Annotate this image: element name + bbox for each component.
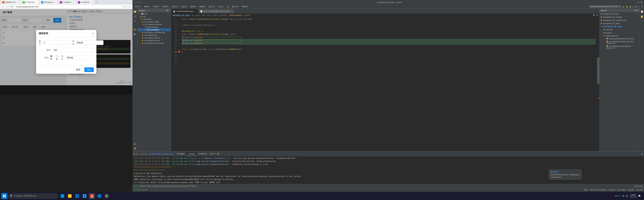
maven-plugins[interactable]: ▶ Plugins [600,31,640,34]
debugger-tab[interactable]: Debugger [175,152,186,156]
tab4-close[interactable]: × [73,1,74,3]
bc-project[interactable]: springboot_08_ssmp [172,14,190,16]
bc-java[interactable]: java [202,14,205,16]
taskbar-clock[interactable]: 14:07 2022/5/18 [630,194,637,198]
debug-stop-icon[interactable]: ■ [138,153,140,155]
scrollbar-thumb[interactable] [597,57,600,84]
maximize-btn[interactable]: □ [125,2,128,4]
debug-run-icon[interactable]: ▶ [134,153,135,155]
event-log[interactable]: Event Log [634,185,643,187]
minimize-btn[interactable]: ─ [122,2,124,4]
menu-help[interactable]: 帮助(H) [240,5,250,8]
gender-female-radio[interactable] [56,55,58,57]
maven-druid[interactable]: 📦 com.alibaba:druid-spring-boot-starter:… [600,45,640,49]
forward-btn[interactable]: → [6,5,10,8]
debug-bottom-tab[interactable]: Debug [140,185,145,187]
profiler-tab[interactable]: Profiler [168,185,174,187]
taskbar-app-vscode[interactable]: ≺/≻ [96,193,103,199]
tab5-close[interactable]: × [91,1,92,3]
bc-src[interactable]: src [192,14,194,16]
console-tab[interactable]: Console [187,152,197,156]
menu-build[interactable]: 构建(B) [198,5,207,8]
maven-springboot-08[interactable]: ▼ springboot_08_ssmp [600,25,640,28]
search-icon[interactable]: 🔍 [593,14,595,16]
maven-springboot-06[interactable]: ▶ springboot_06_mybatis_plus [600,18,640,22]
taskbar-app-typora[interactable]: T [103,193,110,199]
gender-female-label[interactable]: 女 [56,55,60,61]
tree-service-impl[interactable]: ▶ com.taotao.service.impl [138,42,171,44]
win-close[interactable]: × [140,1,142,3]
form-input-address[interactable] [66,55,94,60]
menu-view[interactable]: 查看(V) [152,5,161,8]
menu-window[interactable]: 窗口(W) [231,5,240,8]
taskbar-app-mail[interactable]: ✉ [81,193,88,199]
ok-button[interactable]: 确认 [84,67,94,72]
project-gear-icon[interactable]: ≡ [168,9,170,11]
tab2-close[interactable]: × [36,1,38,3]
form-input-name[interactable] [75,40,104,45]
tree-user-controller[interactable]: C UserController [138,26,171,28]
browser-tab-1[interactable]: 高 高商辅导员-百... × [1,0,21,4]
settings-icon[interactable]: ⚙ [640,1,642,3]
browser-tab-2[interactable]: 毕 毕?Spring B... × [21,0,39,4]
close-btn[interactable]: × [128,2,131,4]
statusbar-git[interactable]: Git: master [618,189,626,191]
tree-controller-utils[interactable]: ▶ com.taotao.controller.utils [138,31,171,34]
debug-side-icon[interactable]: 🐛 [133,27,137,31]
statusbar-branch[interactable]: ♦ master [628,189,634,191]
tree-dao[interactable]: ▶ com.taotao.dao [138,34,171,36]
form-input-pw[interactable] [52,48,94,53]
spring-tab[interactable]: 🌿 Spring [188,185,196,187]
file-tab-pom[interactable]: 📄 pom.xml (springboot_08_ssmp) × [198,9,234,13]
console-clear-icon[interactable]: 🗑 [210,153,212,155]
problems-tab[interactable]: Problems [152,185,160,187]
win-minimize[interactable]: ─ [134,1,136,3]
maven-settings-icon[interactable]: ⚙ [636,9,638,11]
notification-icon[interactable]: 💬 [638,195,641,197]
more-btn[interactable]: ⚑ [641,5,643,8]
bc-method[interactable]: getById [244,14,250,16]
taskbar-app-intellij[interactable]: IJ [88,193,95,199]
form-input-id[interactable] [42,40,70,45]
maven-springboot-07[interactable]: ▶ springboot_07_druid [600,22,640,25]
browser-tab-4[interactable]: 云 云后端开发... × [58,0,76,4]
maven-refresh-icon[interactable]: ↻ [634,9,636,11]
stop-button[interactable]: ■ [630,5,631,8]
file-tab-controller2[interactable]: ☕ UserController2.java × [171,9,198,13]
maven-mybatis-plus[interactable]: 📦 com.baomidou:mybatis-plus-boot-starter… [600,40,640,45]
volume-icon[interactable]: 🔊 [626,195,628,197]
tree-domain[interactable]: ▶ com.taotao.domain [138,36,171,39]
structure-icon[interactable]: ≡ [133,19,137,23]
menu-navigate[interactable]: 导航(N) [161,5,170,8]
maven-lombok[interactable]: 📦 org.projectlombok:lombok:1.18.24 [600,37,640,40]
tree-java[interactable]: ▼ ☕ java [138,12,171,15]
menu-refactor[interactable]: 重构(R) [189,5,198,8]
console-filter-icon[interactable]: ⚡ [217,153,220,155]
git-status[interactable]: ⎇ Git [632,5,638,8]
bc-main[interactable]: main [196,14,200,16]
new-tab-button[interactable]: + [94,0,99,4]
bc-class[interactable]: UserController2 [229,14,242,16]
bc-taotao[interactable]: taotao [213,14,218,16]
debug-settings-icon[interactable]: ⚙ [641,153,643,155]
taskbar-app-edge[interactable]: 🌐 [59,193,66,199]
terminal-tab[interactable]: Terminal [160,185,167,187]
favorites-icon[interactable]: ★ [133,142,137,146]
project-settings-icon[interactable]: ⚙ [166,9,168,11]
taskbar-app-explorer[interactable]: 📁 [66,193,73,199]
file-tab-close-2[interactable]: × [231,10,232,12]
browser-tab-5[interactable]: 云 云后端开发... × [76,0,94,4]
console-wrap-icon[interactable]: ↩ [215,153,216,155]
tab1-close[interactable]: × [18,1,19,3]
network-icon[interactable]: 🌐 [622,195,624,197]
run-button[interactable]: ▶ [623,5,625,8]
right-icon-1[interactable]: 📋 [640,9,644,14]
run-side-icon[interactable]: ▶ [133,32,137,36]
gender-male-radio[interactable] [50,55,52,57]
settings-icon-bc[interactable]: ⚙ [596,14,598,16]
code-editor[interactable]: public Result delete(@PathVariable Integ… [180,17,597,151]
maven-lifecycle[interactable]: ▶ Lifecycle [600,28,640,31]
menu-edit[interactable]: 编辑(E) [142,5,152,8]
todo-tab[interactable]: TODO [146,185,151,187]
maven-springboot-04[interactable]: ▶ springboot_04_junit [600,12,640,15]
